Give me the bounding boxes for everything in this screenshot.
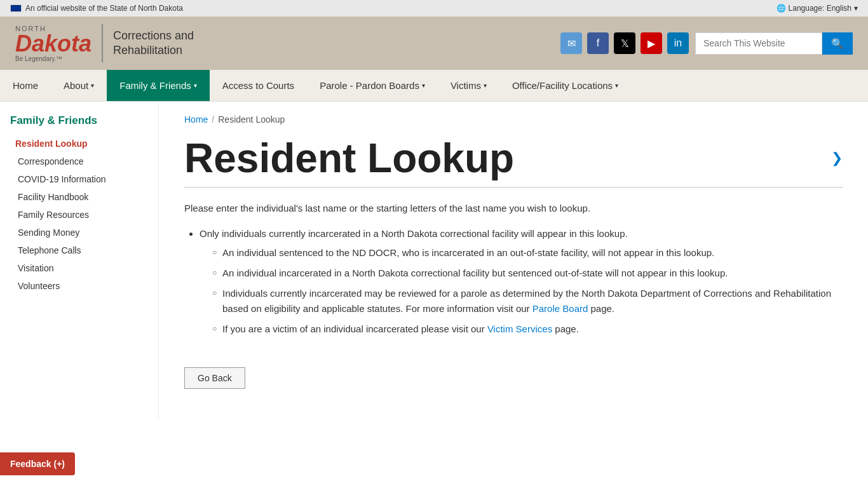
main-nav: Home About ▾ Family & Friends ▾ Access t… [0,70,868,102]
sub-list: An individual sentenced to the ND DOCR, … [200,245,843,337]
search-button[interactable]: 🔍 [822,32,853,55]
x-twitter-icon[interactable]: 𝕏 [614,32,635,54]
subbullet2-text: An individual incarcerated in a North Da… [222,268,728,278]
chevron-down-icon: ▾ [854,4,858,13]
search-area: 🔍 [695,32,853,55]
nav-item-family[interactable]: Family & Friends ▾ [107,70,210,101]
top-bar: An official website of the State of Nort… [0,0,868,17]
logo-nd-block: NORTH Dakota Be Legendary.™ [15,25,92,62]
list-item: Individuals currently incarcerated may b… [212,286,843,316]
youtube-icon[interactable]: ▶ [641,32,662,54]
breadcrumb-home[interactable]: Home [184,114,208,125]
content-wrapper: Family & Friends Resident Lookup Corresp… [0,102,868,419]
nav-item-locations[interactable]: Office/Facility Locations ▾ [499,70,631,101]
go-back-area: Go Back [184,342,843,389]
nd-flag-icon [10,4,22,12]
sidebar-item-volunteers[interactable]: Volunteers [10,277,148,295]
header-right: ✉ f 𝕏 ▶ in 🔍 [560,32,853,55]
page-title-block: Resident Lookup ❯ [184,135,843,188]
list-item: If you are a victim of an individual inc… [212,322,843,337]
breadcrumb-separator: / [212,114,214,125]
nav-item-home[interactable]: Home [0,70,51,101]
department-name: Corrections and Rehabilitation [113,29,194,58]
nav-item-parole[interactable]: Parole - Pardon Boards ▾ [307,70,438,101]
list-item: An individual sentenced to the ND DOCR, … [212,245,843,261]
chevron-down-icon: ▾ [422,82,425,89]
chevron-down-icon: ▾ [615,82,618,89]
sidebar-item-covid[interactable]: COVID-19 Information [10,170,148,188]
subbullet1-text: An individual sentenced to the ND DOCR, … [222,247,714,258]
official-notice: An official website of the State of Nort… [10,4,183,13]
description-text: Please enter the individual's last name … [184,201,843,216]
subbullet3-pre: Individuals currently incarcerated may b… [222,288,831,314]
sidebar-item-telephone[interactable]: Telephone Calls [10,241,148,259]
nav-victims-label: Victims [451,80,481,91]
site-header: NORTH Dakota Be Legendary.™ Corrections … [0,17,868,70]
breadcrumb-current: Resident Lookup [218,114,285,125]
go-back-button[interactable]: Go Back [184,367,245,389]
logo-dakota-text: Dakota [15,32,92,55]
sidebar-item-handbook[interactable]: Facility Handbook [10,188,148,206]
linkedin-icon[interactable]: in [667,32,689,54]
list-item: An individual incarcerated in a North Da… [212,266,843,281]
nav-family-label: Family & Friends [119,80,191,91]
page-title: Resident Lookup [184,135,514,182]
subbullet4-pre: If you are a victim of an individual inc… [222,323,485,334]
chevron-down-icon: ❯ [831,150,843,166]
sidebar-item-family-resources[interactable]: Family Resources [10,206,148,224]
main-content: Home / Resident Lookup Resident Lookup ❯… [159,102,868,419]
subbullet3-post: page. [591,303,615,314]
dept-line2: Rehabilitation [113,43,194,58]
nav-locations-label: Office/Facility Locations [512,80,613,91]
nav-about-label: About [64,80,88,91]
victim-services-link[interactable]: Victim Services [487,323,552,334]
nav-parole-label: Parole - Pardon Boards [320,80,419,91]
chevron-down-icon: ▾ [91,82,94,89]
sidebar-item-resident-lookup[interactable]: Resident Lookup [10,135,148,152]
list-item: Only individuals currently incarcerated … [200,226,843,337]
logo-divider [102,24,103,62]
nav-item-victims[interactable]: Victims ▾ [438,70,499,101]
sidebar-item-correspondence[interactable]: Correspondence [10,152,148,170]
social-icons: ✉ f 𝕏 ▶ in [560,32,689,54]
sidebar-item-visitation[interactable]: Visitation [10,259,148,277]
official-text: An official website of the State of Nort… [25,4,183,13]
sidebar-item-sending-money[interactable]: Sending Money [10,224,148,241]
search-input[interactable] [695,32,822,55]
chevron-down-icon: ▾ [194,82,197,89]
language-selector[interactable]: 🌐 Language: English ▾ [776,4,858,13]
sidebar: Family & Friends Resident Lookup Corresp… [0,102,159,419]
email-icon[interactable]: ✉ [560,32,582,54]
language-label: Language: English [789,4,851,13]
subbullet4-post: page. [555,323,579,334]
breadcrumb: Home / Resident Lookup [184,114,843,125]
nav-item-about[interactable]: About ▾ [51,70,107,101]
sidebar-title: Family & Friends [10,114,148,127]
chevron-down-icon: ▾ [484,82,487,89]
globe-icon: 🌐 [776,4,786,13]
dept-line1: Corrections and [113,29,194,43]
info-list: Only individuals currently incarcerated … [184,226,843,337]
nav-item-courts[interactable]: Access to Courts [210,70,307,101]
facebook-icon[interactable]: f [587,32,609,54]
logo-tagline-text: Be Legendary.™ [15,55,62,62]
bullet1-text: Only individuals currently incarcerated … [200,228,628,239]
parole-board-link[interactable]: Parole Board [532,303,588,314]
logo-area: NORTH Dakota Be Legendary.™ Corrections … [15,24,194,62]
